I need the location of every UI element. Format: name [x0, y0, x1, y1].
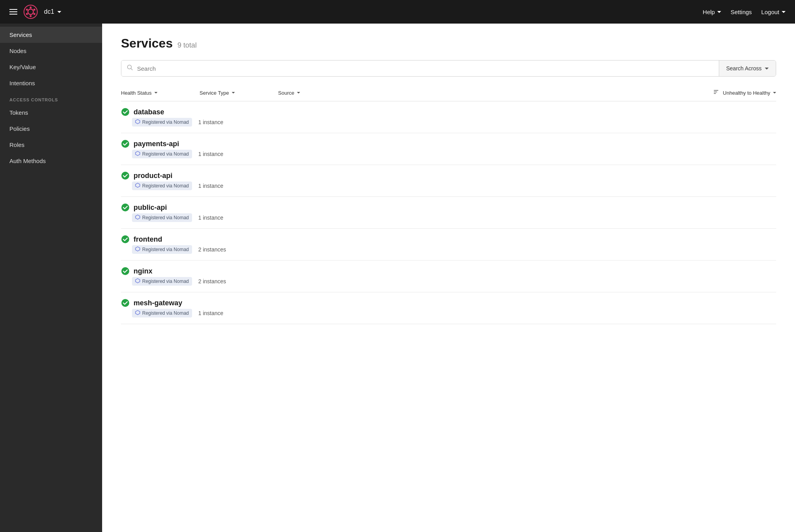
topnav-right: Help Settings Logout: [703, 9, 786, 15]
svg-marker-16: [136, 151, 140, 156]
service-row-top: nginx: [121, 267, 776, 275]
datacenter-chevron-icon: [57, 11, 61, 13]
nomad-icon: [135, 246, 140, 253]
service-row[interactable]: nginx Registered via Nomad 2 instances: [121, 260, 776, 292]
svg-marker-24: [136, 279, 140, 283]
search-icon: [127, 64, 133, 72]
svg-point-21: [121, 235, 129, 243]
search-input[interactable]: [137, 65, 713, 72]
svg-point-5: [30, 15, 32, 17]
search-across-button[interactable]: Search Across: [719, 61, 776, 76]
main-content: Services 9 total Search Across: [102, 24, 795, 532]
service-row[interactable]: payments-api Registered via Nomad 1 inst…: [121, 133, 776, 165]
health-check-icon: [121, 171, 130, 180]
nomad-label: Registered via Nomad: [142, 151, 189, 157]
nomad-icon: [135, 183, 140, 189]
sidebar-item-auth-methods[interactable]: Auth Methods: [0, 153, 102, 169]
service-row-top: public-api: [121, 203, 776, 212]
service-list: database Registered via Nomad 1 instance: [121, 101, 776, 324]
svg-point-17: [121, 172, 129, 180]
health-check-icon: [121, 299, 130, 307]
service-row[interactable]: mesh-gateway Registered via Nomad 1 inst…: [121, 292, 776, 324]
sort-button[interactable]: Unhealthy to Healthy: [723, 90, 776, 96]
sidebar-item-intentions[interactable]: Intentions: [0, 75, 102, 91]
service-name: payments-api: [134, 140, 179, 148]
help-chevron-icon: [717, 11, 721, 13]
instance-count: 1 instance: [198, 310, 223, 316]
instance-count: 1 instance: [198, 215, 223, 221]
service-row-top: database: [121, 108, 776, 116]
service-row[interactable]: frontend Registered via Nomad 2 instance…: [121, 229, 776, 260]
search-across-chevron-icon: [765, 68, 769, 70]
nomad-icon: [135, 310, 140, 316]
health-status-chevron-icon: [154, 92, 158, 94]
service-name: nginx: [134, 267, 152, 275]
sidebar-item-services[interactable]: Services: [0, 27, 102, 43]
sidebar-item-policies[interactable]: Policies: [0, 121, 102, 137]
sidebar: Services Nodes Key/Value Intentions ACCE…: [0, 24, 102, 532]
instance-count: 1 instance: [198, 183, 223, 189]
nomad-label: Registered via Nomad: [142, 183, 189, 189]
page-header: Services 9 total: [121, 36, 776, 51]
nomad-icon: [135, 151, 140, 157]
service-name: database: [134, 108, 164, 116]
service-type-chevron-icon: [232, 92, 235, 94]
sidebar-item-tokens[interactable]: Tokens: [0, 105, 102, 121]
help-button[interactable]: Help: [703, 9, 721, 15]
service-row[interactable]: product-api Registered via Nomad 1 insta…: [121, 165, 776, 197]
settings-button[interactable]: Settings: [731, 9, 752, 15]
sidebar-item-keyvalue[interactable]: Key/Value: [0, 59, 102, 75]
svg-point-13: [121, 108, 129, 116]
svg-point-19: [121, 204, 129, 211]
service-row-top: product-api: [121, 171, 776, 180]
svg-point-15: [121, 140, 129, 148]
nomad-badge: Registered via Nomad: [132, 118, 192, 127]
service-row-sub: Registered via Nomad 2 instances: [121, 245, 776, 254]
sort-chevron-icon: [773, 92, 776, 94]
service-row-sub: Registered via Nomad 1 instance: [121, 182, 776, 190]
nomad-badge: Registered via Nomad: [132, 245, 192, 254]
source-chevron-icon: [297, 92, 300, 94]
sidebar-item-roles[interactable]: Roles: [0, 137, 102, 153]
layout: Services Nodes Key/Value Intentions ACCE…: [0, 24, 795, 532]
svg-point-2: [30, 7, 32, 9]
service-row[interactable]: public-api Registered via Nomad 1 instan…: [121, 197, 776, 229]
svg-point-3: [33, 9, 35, 11]
nomad-label: Registered via Nomad: [142, 279, 189, 284]
nomad-icon: [135, 119, 140, 125]
health-status-filter[interactable]: Health Status: [121, 90, 200, 96]
logout-chevron-icon: [782, 11, 786, 13]
svg-point-7: [26, 9, 28, 11]
nomad-badge: Registered via Nomad: [132, 182, 192, 190]
service-row[interactable]: database Registered via Nomad 1 instance: [121, 101, 776, 133]
svg-marker-20: [136, 215, 140, 219]
nomad-label: Registered via Nomad: [142, 119, 189, 125]
logout-button[interactable]: Logout: [761, 9, 786, 15]
service-name: mesh-gateway: [134, 299, 182, 307]
svg-point-23: [121, 267, 129, 275]
service-name: frontend: [134, 235, 162, 244]
service-row-top: mesh-gateway: [121, 299, 776, 307]
svg-point-4: [33, 13, 35, 15]
svg-line-9: [131, 69, 133, 70]
service-row-sub: Registered via Nomad 1 instance: [121, 150, 776, 158]
sidebar-item-nodes[interactable]: Nodes: [0, 43, 102, 59]
nomad-badge: Registered via Nomad: [132, 277, 192, 286]
consul-logo: [24, 5, 38, 19]
service-type-filter[interactable]: Service Type: [200, 90, 278, 96]
search-row: Search Across: [121, 60, 776, 77]
nomad-label: Registered via Nomad: [142, 310, 189, 316]
source-filter[interactable]: Source: [278, 90, 349, 96]
health-check-icon: [121, 203, 130, 212]
service-row-sub: Registered via Nomad 1 instance: [121, 118, 776, 127]
health-check-icon: [121, 108, 130, 116]
svg-marker-14: [136, 119, 140, 124]
datacenter-selector[interactable]: dc1: [44, 8, 61, 15]
svg-marker-26: [136, 310, 140, 315]
sort-controls: Unhealthy to Healthy: [713, 88, 776, 97]
service-row-top: payments-api: [121, 139, 776, 148]
health-check-icon: [121, 139, 130, 148]
access-controls-label: ACCESS CONTROLS: [0, 91, 102, 105]
hamburger-menu[interactable]: [9, 9, 17, 15]
service-name: public-api: [134, 204, 167, 212]
